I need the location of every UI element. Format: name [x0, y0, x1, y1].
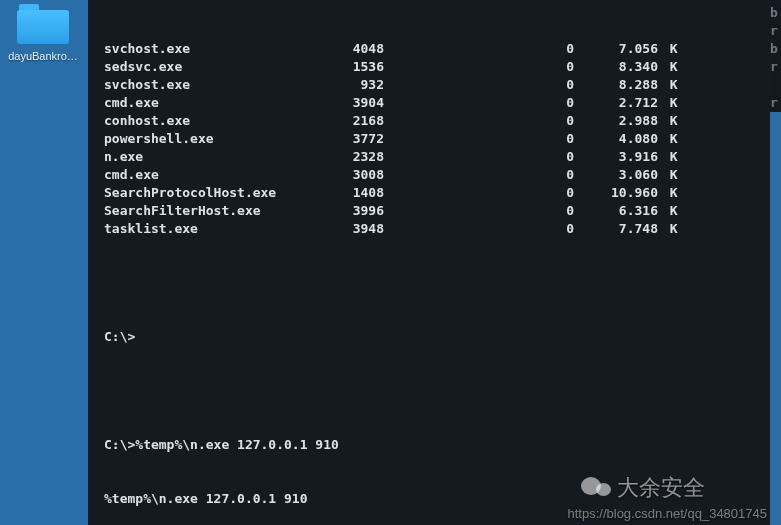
tasklist-row: svchost.exe93208.288 K: [104, 76, 760, 94]
folder-label: dayuBankro…: [8, 50, 78, 62]
tasklist-row: tasklist.exe394807.748 K: [104, 220, 760, 238]
adjacent-window-edge: b r b r r: [770, 0, 781, 112]
tasklist-row: sedsvc.exe153608.340 K: [104, 58, 760, 76]
folder-icon: [17, 4, 69, 44]
tasklist-row: SearchProtocolHost.exe1408010.960 K: [104, 184, 760, 202]
tasklist-output: svchost.exe404807.056 Ksedsvc.exe153608.…: [104, 40, 760, 238]
tasklist-row: cmd.exe300803.060 K: [104, 166, 760, 184]
prompt-line: C:\>: [104, 328, 760, 346]
desktop-folder[interactable]: dayuBankro…: [8, 4, 78, 62]
terminal-window[interactable]: svchost.exe404807.056 Ksedsvc.exe153608.…: [88, 0, 770, 525]
watermark-text: 大余安全: [617, 473, 705, 503]
watermark-url: https://blog.csdn.net/qq_34801745: [568, 506, 768, 521]
tasklist-row: conhost.exe216802.988 K: [104, 112, 760, 130]
command-line: C:\>%temp%\n.exe 127.0.0.1 910: [104, 436, 760, 454]
watermark-wechat: 大余安全: [581, 473, 705, 503]
wechat-icon: [581, 475, 611, 501]
tasklist-row: powershell.exe377204.080 K: [104, 130, 760, 148]
tasklist-row: SearchFilterHost.exe399606.316 K: [104, 202, 760, 220]
tasklist-row: cmd.exe390402.712 K: [104, 94, 760, 112]
tasklist-row: svchost.exe404807.056 K: [104, 40, 760, 58]
blank-line: [104, 274, 760, 292]
tasklist-row: n.exe232803.916 K: [104, 148, 760, 166]
blank-line: [104, 382, 760, 400]
